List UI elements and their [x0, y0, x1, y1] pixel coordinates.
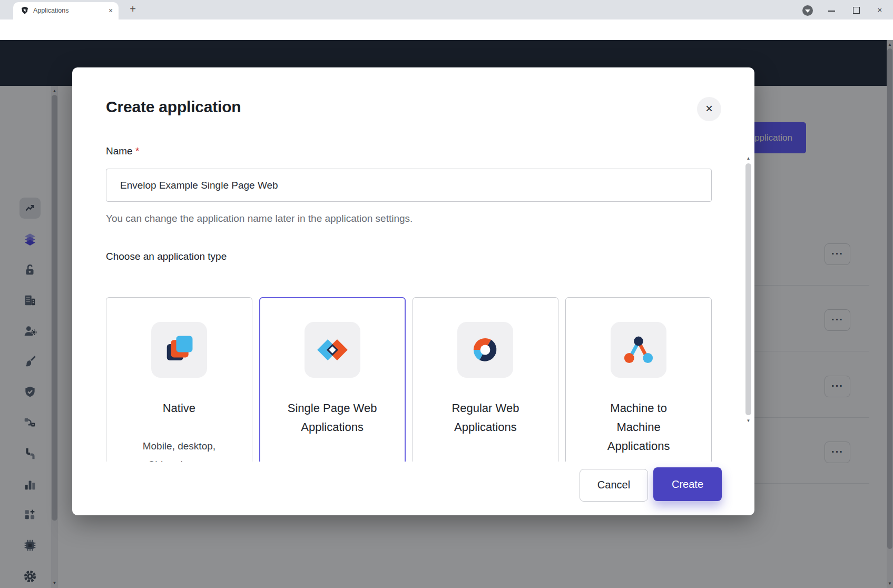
window-maximize-button[interactable] — [847, 3, 865, 17]
create-application-modal: Create application × Name * You can chan… — [72, 67, 754, 515]
card-title: Native — [106, 399, 252, 418]
name-label: Name * — [106, 145, 139, 157]
browser-tab[interactable]: Applications × — [13, 2, 119, 19]
screen: Applications × + × manage.auth0.com/dash… — [0, 0, 893, 588]
app-type-card-m2m[interactable]: Machine to Machine Applications — [565, 297, 712, 462]
modal-title: Create application — [106, 98, 241, 116]
application-name-input[interactable] — [106, 169, 712, 202]
window-close-button[interactable]: × — [871, 3, 889, 17]
required-asterisk: * — [135, 145, 139, 156]
spa-app-icon — [305, 322, 360, 378]
chrome-update-icon[interactable] — [802, 5, 813, 16]
modal-scrollbar-thumb[interactable] — [745, 163, 751, 415]
card-description: Mobile, desktop, CLI and smart — [106, 437, 252, 462]
new-tab-button[interactable]: + — [126, 3, 139, 16]
card-description: A JavaScript — [260, 456, 405, 462]
card-title: Machine to Machine Applications — [566, 399, 711, 456]
tab-close-icon[interactable]: × — [106, 6, 115, 16]
create-button[interactable]: Create — [653, 467, 722, 501]
browser-titlebar: Applications × + × — [0, 0, 893, 19]
application-type-label: Choose an application type — [106, 251, 227, 262]
modal-scroll-up-icon[interactable]: ▲ — [745, 156, 752, 161]
browser-toolbar: manage.auth0.com/dashboard/eu/dream-watc… — [0, 19, 893, 41]
cancel-button[interactable]: Cancel — [580, 469, 648, 502]
regular-web-app-icon — [457, 322, 513, 378]
tab-title: Applications — [33, 7, 68, 14]
app-type-card-native[interactable]: Native Mobile, desktop, CLI and smart — [106, 297, 252, 462]
application-type-cards: Native Mobile, desktop, CLI and smart — [106, 297, 712, 462]
app-type-card-spa[interactable]: Single Page Web Applications A JavaScrip… — [259, 297, 406, 462]
card-description: Traditional web — [413, 456, 558, 462]
card-title: Regular Web Applications — [413, 399, 558, 437]
auth0-favicon — [21, 6, 29, 15]
m2m-app-icon — [611, 322, 666, 378]
name-help-text: You can change the application name late… — [106, 213, 413, 224]
modal-scroll-down-icon[interactable]: ▼ — [745, 418, 752, 423]
window-minimize-button[interactable] — [822, 3, 840, 17]
app-type-card-regular-web[interactable]: Regular Web Applications Traditional web — [413, 297, 559, 462]
modal-close-button[interactable]: × — [697, 97, 721, 121]
card-title: Single Page Web Applications — [260, 399, 405, 437]
modal-scrollbar[interactable]: ▲ ▼ — [745, 156, 752, 496]
native-app-icon — [151, 322, 207, 378]
